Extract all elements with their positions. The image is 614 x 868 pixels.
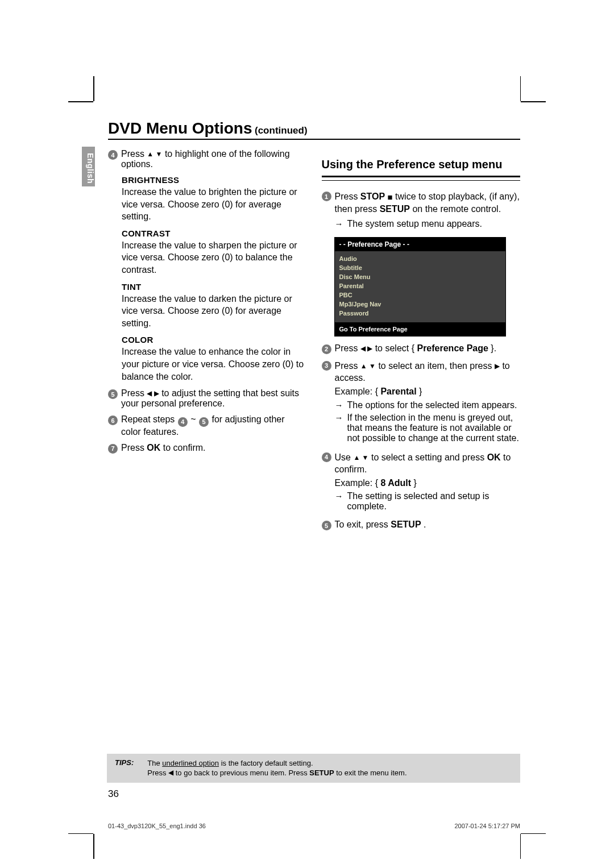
badge-6: 6 [108, 416, 118, 425]
text: The options for the selected item appear… [347, 400, 517, 410]
badge-4: 4 [322, 452, 331, 462]
text: To exit, press [335, 520, 391, 529]
badge-5: 5 [108, 389, 118, 399]
title-continued: (continued) [255, 125, 308, 136]
text: Press [335, 192, 360, 201]
right-column: Using the Preference setup menu 1 Press … [322, 149, 521, 536]
osd-body: Audio Subtitle Disc Menu Parental PBC Mp… [335, 251, 505, 322]
setup-label: SETUP [391, 520, 421, 529]
arrow-icon: → [335, 491, 345, 512]
step-5: 5 Press ◀ ▶ to adjust the setting that b… [108, 388, 307, 409]
page-title: DVD Menu Options (continued) [108, 119, 520, 140]
setup-label: SETUP [380, 204, 410, 214]
preference-page-label: Preference Page [417, 343, 488, 353]
crop-mark [520, 834, 521, 859]
tint-body: Increase the value to darken the picture… [122, 293, 307, 330]
text: }. [491, 343, 496, 353]
crop-mark [68, 101, 93, 102]
underlined-option: underlined option [162, 759, 219, 767]
text: Press [147, 769, 168, 777]
text: . [424, 520, 426, 529]
crop-mark [68, 833, 93, 834]
language-tab: English [82, 147, 95, 186]
text: The [147, 759, 162, 767]
text: The setting is selected and setup is com… [347, 491, 521, 512]
contrast-head: CONTRAST [122, 229, 307, 238]
badge-2: 2 [322, 344, 331, 354]
arrow-icon: → [335, 400, 345, 410]
step-5r: 5 To exit, press SETUP . [322, 520, 521, 530]
text: Press [121, 388, 147, 398]
brightness-head: BRIGHTNESS [122, 175, 307, 185]
step-4r: 4 Use ▲ ▼ to select a setting and press … [322, 451, 521, 514]
pref-heading: Using the Preference setup menu [322, 158, 521, 171]
step-7: 7 Press OK to confirm. [108, 443, 307, 454]
osd-item: Password [339, 309, 501, 318]
tint-head: TINT [122, 282, 307, 292]
crop-mark [521, 833, 546, 834]
osd-screenshot: - - Preference Page - - Audio Subtitle D… [334, 237, 506, 337]
text: to select an item, then press [378, 361, 495, 371]
osd-item: Subtitle [339, 263, 501, 272]
osd-footer: Go To Preference Page [335, 322, 505, 336]
text: to select a setting and press [371, 452, 487, 462]
step-6: 6 Repeat steps 4 ~ 5 for adjusting other… [108, 414, 307, 437]
text: is the factory default setting. [221, 759, 313, 767]
badge-inline-5: 5 [199, 417, 209, 427]
step-4: 4 Press ▲ ▼ to highlight one of the foll… [108, 149, 307, 169]
text: Use [335, 452, 354, 462]
text: to confirm. [163, 443, 206, 452]
text: Press [121, 149, 147, 159]
left-right-icon: ◀ ▶ [147, 389, 159, 397]
up-down-icon: ▲ ▼ [360, 362, 376, 370]
title-main: DVD Menu Options [108, 119, 252, 137]
text: on the remote control. [412, 204, 501, 214]
rule [322, 180, 521, 181]
up-down-icon: ▲ ▼ [353, 454, 368, 462]
text: to select { [375, 343, 417, 353]
step-1: 1 Press STOP ■ twice to stop playback, (… [322, 190, 521, 231]
badge-inline-4: 4 [178, 417, 188, 427]
adult-label: 8 Adult [380, 478, 411, 488]
rule [322, 176, 521, 179]
osd-item: Parental [339, 281, 501, 290]
badge-3: 3 [322, 361, 331, 371]
color-body: Increase the value to enhance the color … [122, 346, 307, 383]
crop-mark [520, 76, 521, 101]
osd-item: PBC [339, 290, 501, 300]
tips-box: TIPS: The underlined option is the facto… [107, 754, 520, 783]
tips-body: The underlined option is the factory def… [147, 758, 512, 778]
crop-mark [93, 76, 94, 101]
badge-1: 1 [322, 192, 331, 201]
text: to go back to previous menu item. Press [176, 769, 310, 777]
left-icon: ◀ [168, 769, 173, 776]
text: Press [335, 361, 360, 371]
crop-mark [93, 834, 94, 859]
text: } [414, 478, 417, 488]
right-icon: ▶ [495, 362, 500, 370]
crop-mark [521, 101, 546, 102]
stop-label: STOP [360, 192, 385, 201]
page-number: 36 [108, 788, 119, 800]
step-3: 3 Press ▲ ▼ to select an item, then pres… [322, 360, 521, 446]
text: Example: { [335, 478, 381, 488]
step-2: 2 Press ◀ ▶ to select { Preference Page … [322, 343, 521, 354]
badge-4: 4 [108, 150, 118, 160]
arrow-icon: → [335, 219, 345, 229]
text: ~ [190, 414, 196, 424]
color-head: COLOR [122, 335, 307, 344]
text: Press [121, 443, 147, 452]
text: } [419, 387, 422, 396]
footer-timestamp: 2007-01-24 5:17:27 PM [454, 823, 520, 829]
text: to exit the menu item. [336, 769, 406, 777]
badge-5: 5 [322, 521, 331, 530]
ok-label: OK [487, 452, 501, 462]
text: If the selection in the menu is greyed o… [347, 413, 521, 443]
text: Press [335, 343, 360, 353]
brightness-body: Increase the value to brighten the pictu… [122, 186, 307, 223]
parental-label: Parental [380, 387, 416, 396]
contrast-body: Increase the value to sharpen the pictur… [122, 239, 307, 276]
text: Repeat steps [121, 414, 177, 424]
columns: 4 Press ▲ ▼ to highlight one of the foll… [108, 149, 520, 536]
ok-label: OK [147, 443, 160, 452]
